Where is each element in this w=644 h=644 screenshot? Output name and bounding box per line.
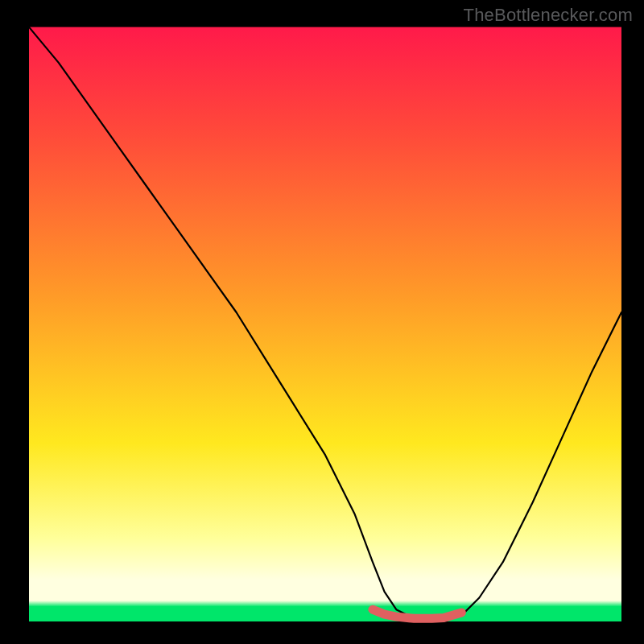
watermark-text: TheBottlenecker.com xyxy=(464,5,633,26)
bottleneck-chart xyxy=(0,0,644,644)
plot-background xyxy=(29,27,621,621)
chart-frame: TheBottlenecker.com xyxy=(0,0,644,644)
